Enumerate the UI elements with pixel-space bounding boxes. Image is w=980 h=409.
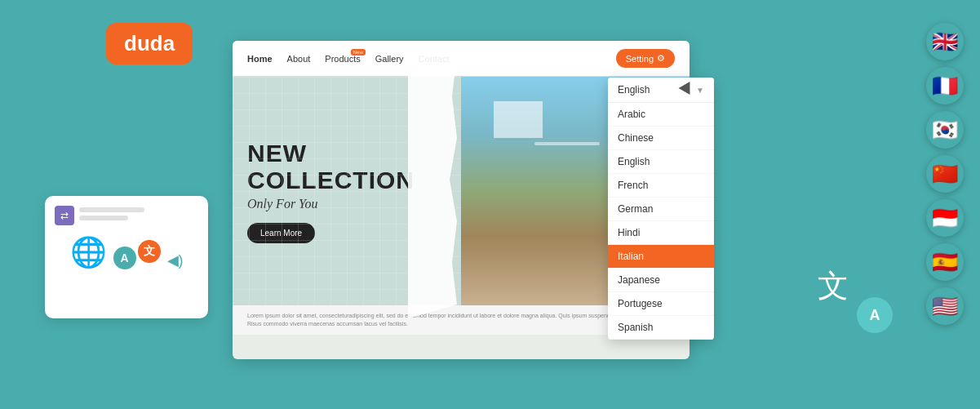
selected-language: English [618, 84, 650, 96]
torn-paper-decoration [408, 41, 457, 318]
setting-label: Setting [626, 54, 654, 64]
language-option-german[interactable]: German [608, 198, 714, 221]
nav-link-products[interactable]: Products New [325, 54, 360, 64]
language-option-italian[interactable]: Italian [608, 245, 714, 269]
nav-link-gallery[interactable]: Gallery [375, 54, 404, 64]
bubble-a: A [113, 247, 136, 269]
learn-more-button[interactable]: Learn More [247, 223, 315, 243]
translate-bubbles: A 文 [113, 247, 161, 269]
language-option-chinese[interactable]: Chinese [608, 127, 714, 150]
flag-usa[interactable]: 🇺🇸 [926, 287, 964, 325]
setting-button[interactable]: Setting ⚙ [616, 49, 675, 68]
nav-bar: Home About Products New Gallery Contact … [233, 41, 690, 77]
widget-header: ⇄ [55, 206, 198, 225]
widget-icon: ⇄ [55, 206, 74, 225]
widget-body: 🌐 A 文 ◀) [55, 232, 198, 269]
language-option-spanish[interactable]: Spanish [608, 316, 714, 340]
globe-icon: 🌐 [70, 235, 107, 269]
widget-lines [79, 207, 144, 224]
language-option-arabic[interactable]: Arabic [608, 103, 714, 127]
bubble-zh: 文 [138, 240, 161, 263]
language-option-hindi[interactable]: Hindi [608, 221, 714, 245]
flag-uk[interactable]: 🇬🇧 [926, 23, 964, 60]
dropdown-arrow-icon: ▼ [696, 86, 704, 95]
flag-spain[interactable]: 🇪🇸 [926, 243, 964, 281]
flag-france[interactable]: 🇫🇷 [926, 67, 964, 104]
language-option-english[interactable]: English [608, 150, 714, 174]
language-option-portugese[interactable]: Portugese [608, 292, 714, 316]
speech-bubble-a: A [857, 297, 893, 333]
translate-big-icon: 文 [818, 265, 849, 307]
right-translation-widget: 文 A [780, 245, 886, 327]
footer-text: Lorem ipsum dolor sit amet, consectetura… [247, 313, 662, 327]
products-badge: New [351, 49, 366, 56]
nav-link-home[interactable]: Home [247, 54, 273, 64]
flag-korea[interactable]: 🇰🇷 [926, 111, 964, 149]
sound-waves-icon: ◀) [167, 251, 184, 269]
duda-logo-text: duda [124, 31, 175, 56]
language-option-japanese[interactable]: Japanese [608, 269, 714, 292]
flag-china[interactable]: 🇨🇳 [926, 155, 964, 193]
flag-indonesia[interactable]: 🇮🇩 [926, 199, 964, 237]
language-dropdown[interactable]: English ▼ Arabic Chinese English French … [608, 78, 714, 340]
duda-logo: duda [106, 23, 193, 64]
language-option-french[interactable]: French [608, 174, 714, 198]
nav-link-about[interactable]: About [287, 54, 311, 64]
flags-column: 🇬🇧 🇫🇷 🇰🇷 🇨🇳 🇮🇩 🇪🇸 🇺🇸 [926, 23, 964, 325]
gear-icon: ⚙ [657, 53, 665, 64]
left-translation-widget: ⇄ 🌐 A 文 ◀) [45, 196, 208, 318]
dropdown-header[interactable]: English ▼ [608, 78, 714, 103]
